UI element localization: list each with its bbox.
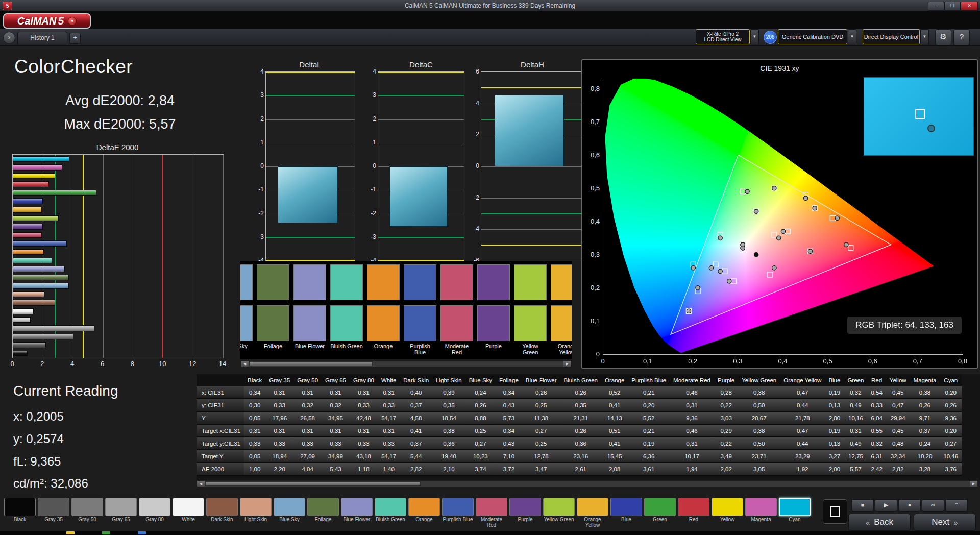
patch-label: Gray 50 <box>71 517 103 523</box>
chart-plot: 6420-2-4-6 <box>481 71 584 261</box>
meter-dropdown-caret[interactable]: ▼ <box>750 29 759 44</box>
patch-button-red[interactable]: Red <box>678 498 709 528</box>
table-cell: 4,04 <box>293 463 322 475</box>
patch-button-blue-sky[interactable]: Blue Sky <box>274 498 305 528</box>
patch-button-white[interactable]: White <box>173 498 204 528</box>
table-cell: 0,38 <box>432 424 465 437</box>
patch-button-green[interactable]: Green <box>644 498 676 528</box>
scroll-right-icon[interactable]: ▶ <box>970 481 977 487</box>
patch-button-yellow-green[interactable]: Yellow Green <box>543 498 575 528</box>
table-cell: 0,21 <box>628 424 670 437</box>
back-chevron-icon: « <box>866 518 870 527</box>
taskbar-app-icon[interactable] <box>138 531 146 534</box>
collapse-arrow-button[interactable]: › <box>3 32 15 44</box>
scroll-right-icon[interactable]: ▶ <box>564 361 571 367</box>
expand-button[interactable]: ⌃ <box>945 499 968 512</box>
patch-button-dark-skin[interactable]: Dark Skin <box>206 498 238 528</box>
strip-swatch-target <box>514 305 547 341</box>
meter-status-badge[interactable]: 206 <box>764 31 777 44</box>
strip-swatch-label: Moderate Red <box>440 343 473 355</box>
patch-button-foliage[interactable]: Foliage <box>307 498 339 528</box>
taskbar-folder-icon[interactable] <box>66 531 75 534</box>
table-cell: 9,36 <box>940 411 962 424</box>
cie-y-tick: 0 <box>584 350 600 358</box>
scroll-left-icon[interactable]: ◀ <box>241 361 249 367</box>
logo-menu-caret-icon[interactable]: ▼ <box>68 17 77 26</box>
patch-button-gray-80[interactable]: Gray 80 <box>139 498 170 528</box>
patch-button-yellow[interactable]: Yellow <box>712 498 743 528</box>
strip-swatch-target <box>404 305 436 341</box>
patch-label: Bluish Green <box>375 517 406 523</box>
patch-button-blue[interactable]: Blue <box>610 498 642 528</box>
axis-tick-label: -2 <box>364 210 376 217</box>
patch-swatch <box>341 498 373 516</box>
column-header: White <box>378 374 400 386</box>
patch-button-purple[interactable]: Purple <box>509 498 541 528</box>
play-button[interactable]: ▶ <box>875 499 897 512</box>
column-header: Bluish Green <box>560 374 601 386</box>
red-line <box>162 155 163 358</box>
restore-button[interactable]: ❐ <box>944 2 961 11</box>
help-icon[interactable]: ? <box>953 29 970 45</box>
patch-button-light-skin[interactable]: Light Skin <box>240 498 272 528</box>
table-cell: 10,16 <box>844 411 867 424</box>
column-header: Orange <box>601 374 628 386</box>
patch-button-magenta[interactable]: Magenta <box>745 498 777 528</box>
next-button[interactable]: Next » <box>914 514 976 531</box>
patch-button-bluish-green[interactable]: Bluish Green <box>375 498 406 528</box>
pattern-window-icon <box>830 506 840 517</box>
patch-button-moderate-red[interactable]: Moderate Red <box>476 498 507 528</box>
continuous-read-button[interactable]: ∞ <box>922 499 944 512</box>
source-select-button[interactable]: Generic Calibration DVD <box>778 29 847 44</box>
patch-button-blue-flower[interactable]: Blue Flower <box>341 498 373 528</box>
column-header: Purplish Blue <box>628 374 670 386</box>
scroll-left-icon[interactable]: ◀ <box>197 481 205 487</box>
table-cell: 4,58 <box>400 411 432 424</box>
table-cell: 0,25 <box>522 399 560 411</box>
display-dropdown-caret[interactable]: ▼ <box>920 29 929 44</box>
patch-button-gray-35[interactable]: Gray 35 <box>38 498 69 528</box>
table-cell: 0,31 <box>670 399 714 411</box>
strip-scrollbar[interactable]: ◀ ▶ <box>240 360 572 367</box>
axis-tick-label: -1 <box>364 186 376 193</box>
title-bar[interactable]: 5 CalMAN 5 CalMAN Ultimate for Business … <box>0 0 980 11</box>
table-cell: 0,34 <box>496 424 522 437</box>
record-button[interactable]: ● <box>898 499 921 512</box>
patch-label: Yellow Green <box>543 517 575 523</box>
patch-button-cyan[interactable]: Cyan <box>779 498 811 528</box>
patch-button-gray-65[interactable]: Gray 65 <box>105 498 137 528</box>
patch-button-gray-50[interactable]: Gray 50 <box>71 498 103 528</box>
patch-button-black[interactable]: Black <box>4 498 36 528</box>
deltae-bar <box>13 283 69 289</box>
table-scrollbar[interactable]: ◀ ▶ <box>197 480 978 487</box>
column-header: Foliage <box>496 374 522 386</box>
taskbar-app-icon[interactable] <box>102 531 110 534</box>
strip-swatch-target <box>477 305 510 341</box>
delta-bar <box>495 95 564 166</box>
cie-y-tick: 0,8 <box>584 85 600 92</box>
meter-select-button[interactable]: X-Rite i1Pro 2 LCD Direct View <box>696 29 750 44</box>
back-button[interactable]: « Back <box>848 514 911 531</box>
stop-button[interactable]: ■ <box>851 499 874 512</box>
settings-gear-icon[interactable]: ⚙ <box>935 29 951 45</box>
patch-swatch <box>408 498 440 516</box>
patch-button-purplish-blue[interactable]: Purplish Blue <box>442 498 474 528</box>
deltae-bar <box>13 308 34 314</box>
tab-history-1[interactable]: History 1 <box>17 32 67 44</box>
table-scrollbar-thumb[interactable] <box>205 481 421 486</box>
strip-scrollbar-thumb[interactable] <box>249 361 373 366</box>
minimize-button[interactable]: – <box>928 2 944 11</box>
table-cell: 0,27 <box>940 437 962 450</box>
patch-button-orange[interactable]: Orange <box>408 498 440 528</box>
pattern-window-button[interactable] <box>823 499 847 524</box>
add-tab-button[interactable]: + <box>69 33 81 44</box>
table-cell: 0,31 <box>244 424 265 437</box>
display-control-button[interactable]: Direct Display Control <box>863 29 920 44</box>
calman-logo[interactable]: CalMAN 5 ▼ <box>3 13 91 29</box>
cie-y-tick: 0,5 <box>584 184 600 192</box>
strip-swatch-target <box>257 305 289 341</box>
max-de2000-value: Max dE2000: 5,57 <box>0 116 240 132</box>
close-button[interactable]: ✕ <box>961 2 978 11</box>
patch-button-orange-yellow[interactable]: Orange Yellow <box>577 498 608 528</box>
source-dropdown-caret[interactable]: ▼ <box>848 29 856 44</box>
